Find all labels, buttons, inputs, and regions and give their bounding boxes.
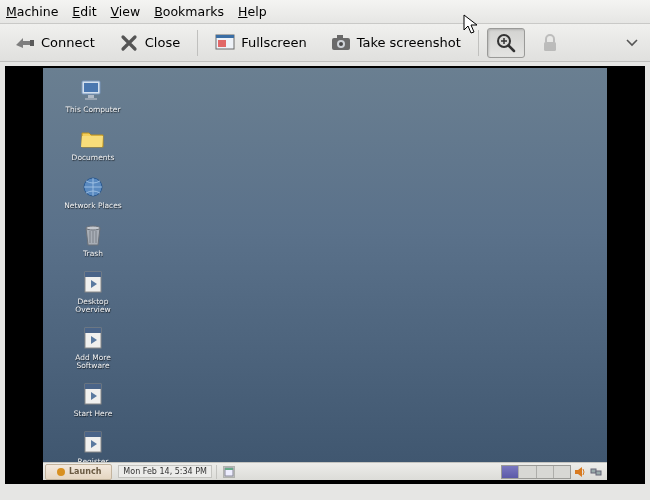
fullscreen-button[interactable]: Fullscreen bbox=[206, 28, 315, 58]
svg-rect-34 bbox=[596, 471, 601, 475]
svg-rect-25 bbox=[85, 328, 101, 333]
folder-icon bbox=[79, 126, 107, 152]
file-icon bbox=[79, 270, 107, 296]
network-icon[interactable] bbox=[589, 465, 603, 479]
file-icon bbox=[79, 382, 107, 408]
svg-line-9 bbox=[508, 45, 514, 51]
magnifier-icon bbox=[496, 33, 516, 53]
file-icon bbox=[79, 430, 107, 456]
connect-icon bbox=[15, 33, 35, 53]
menu-bookmarks[interactable]: Bookmarks bbox=[154, 4, 224, 19]
workspace-pager[interactable] bbox=[501, 465, 571, 479]
zoom-button[interactable] bbox=[487, 28, 525, 58]
close-icon bbox=[119, 33, 139, 53]
svg-point-30 bbox=[57, 468, 65, 476]
svg-rect-14 bbox=[84, 83, 98, 92]
camera-icon bbox=[331, 33, 351, 53]
menubar: Machine Edit View Bookmarks Help bbox=[0, 0, 650, 24]
svg-rect-5 bbox=[337, 35, 343, 39]
taskbar-time: 5:34 PM bbox=[175, 467, 207, 476]
desktop-icon-label: Network Places bbox=[64, 202, 122, 210]
display-frame: This ComputerDocumentsNetwork PlacesTras… bbox=[5, 66, 645, 484]
system-tray bbox=[501, 465, 603, 479]
desktop-icon-trash[interactable]: Trash bbox=[63, 222, 123, 258]
menu-machine[interactable]: Machine bbox=[6, 4, 58, 19]
desktop-icon-label: Documents bbox=[72, 154, 115, 162]
desktop-icon-label: Trash bbox=[83, 250, 103, 258]
take-screenshot-label: Take screenshot bbox=[357, 35, 461, 50]
desktop-icon-label: Add More Software bbox=[63, 354, 123, 370]
svg-rect-16 bbox=[85, 98, 97, 100]
launch-label: Launch bbox=[69, 467, 101, 476]
taskbar-clock[interactable]: Mon Feb 14, 5:34 PM bbox=[118, 465, 212, 478]
desktop-icon-this-computer[interactable]: This Computer bbox=[63, 78, 123, 114]
fullscreen-icon bbox=[215, 33, 235, 53]
computer-icon bbox=[79, 78, 107, 104]
desktop-icon-add-more-software[interactable]: Add More Software bbox=[63, 326, 123, 370]
desktop-icon-network-places[interactable]: Network Places bbox=[63, 174, 123, 210]
lock-button[interactable] bbox=[531, 28, 569, 58]
connect-label: Connect bbox=[41, 35, 95, 50]
desktop-icon-documents[interactable]: Documents bbox=[63, 126, 123, 162]
toolbar-separator-2 bbox=[478, 30, 479, 56]
svg-rect-27 bbox=[85, 384, 101, 389]
svg-rect-2 bbox=[216, 35, 234, 38]
menu-view[interactable]: View bbox=[111, 4, 141, 19]
desktop-icon-label: This Computer bbox=[66, 106, 121, 114]
close-label: Close bbox=[145, 35, 180, 50]
network-icon bbox=[79, 174, 107, 200]
launch-button[interactable]: Launch bbox=[45, 464, 112, 480]
remote-desktop[interactable]: This ComputerDocumentsNetwork PlacesTras… bbox=[43, 68, 607, 480]
toolbar-separator bbox=[197, 30, 198, 56]
file-icon bbox=[79, 326, 107, 352]
svg-point-18 bbox=[86, 226, 100, 230]
taskbar-date: Mon Feb 14, bbox=[123, 467, 172, 476]
lock-icon bbox=[540, 33, 560, 53]
svg-rect-12 bbox=[544, 42, 556, 51]
show-desktop-button[interactable] bbox=[223, 466, 235, 478]
volume-icon[interactable] bbox=[573, 465, 587, 479]
taskbar: Launch Mon Feb 14, 5:34 PM bbox=[43, 462, 607, 480]
desktop-icon-start-here[interactable]: Start Here bbox=[63, 382, 123, 418]
close-button[interactable]: Close bbox=[110, 28, 189, 58]
svg-rect-33 bbox=[591, 469, 596, 473]
svg-rect-0 bbox=[30, 40, 34, 46]
desktop-icon-desktop-overview[interactable]: Desktop Overview bbox=[63, 270, 123, 314]
toolbar-overflow[interactable] bbox=[626, 36, 644, 50]
svg-point-7 bbox=[339, 42, 343, 46]
desktop-icon-label: Start Here bbox=[74, 410, 113, 418]
take-screenshot-button[interactable]: Take screenshot bbox=[322, 28, 470, 58]
remote-viewer: This ComputerDocumentsNetwork PlacesTras… bbox=[0, 62, 650, 500]
svg-rect-3 bbox=[218, 40, 226, 47]
svg-rect-23 bbox=[85, 272, 101, 277]
svg-rect-29 bbox=[85, 432, 101, 437]
trash-icon bbox=[79, 222, 107, 248]
connect-button[interactable]: Connect bbox=[6, 28, 104, 58]
svg-rect-15 bbox=[88, 95, 94, 98]
desktop-icon-label: Desktop Overview bbox=[63, 298, 123, 314]
svg-rect-32 bbox=[225, 468, 233, 470]
menu-help[interactable]: Help bbox=[238, 4, 267, 19]
fullscreen-label: Fullscreen bbox=[241, 35, 306, 50]
menu-edit[interactable]: Edit bbox=[72, 4, 96, 19]
taskbar-separator bbox=[216, 465, 217, 479]
toolbar: Connect Close Fullscreen Take screenshot bbox=[0, 24, 650, 62]
